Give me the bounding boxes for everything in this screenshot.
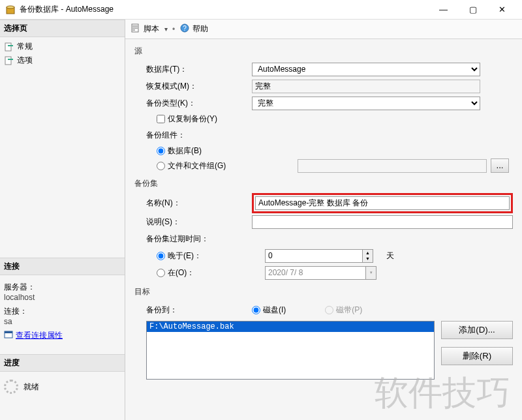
- app-icon: [5, 5, 16, 15]
- connection-value: sa: [4, 317, 121, 326]
- disk-label: 磁盘(I): [263, 305, 286, 316]
- database-select[interactable]: AutoMessage: [252, 63, 480, 76]
- expire-days-input[interactable]: [265, 249, 363, 263]
- tape-label: 磁带(P): [336, 305, 362, 316]
- backup-type-select[interactable]: 完整: [252, 97, 480, 110]
- add-button[interactable]: 添加(D)...: [441, 321, 513, 339]
- destination-item[interactable]: F:\AutoMessage.bak: [147, 322, 434, 332]
- svg-rect-3: [8, 45, 13, 46]
- expire-after-radio[interactable]: 晚于(E)：: [134, 250, 239, 262]
- date-dropdown-icon: ▾: [366, 266, 376, 280]
- page-icon: [4, 55, 14, 66]
- copy-only-input[interactable]: [157, 115, 165, 123]
- backup-component-label: 备份组件：: [134, 130, 252, 141]
- window-title: 备份数据库 - AutoMessage: [20, 4, 429, 15]
- view-connection-props-link[interactable]: 查看连接属性: [16, 330, 63, 341]
- component-database-label: 数据库(B): [168, 145, 202, 157]
- svg-rect-2: [5, 43, 11, 51]
- sidebar-item-label: 常规: [17, 41, 33, 52]
- expire-label: 备份集过期时间：: [134, 233, 252, 245]
- backup-to-label: 备份到：: [134, 305, 252, 316]
- disk-input[interactable]: [252, 306, 260, 314]
- copy-only-checkbox[interactable]: 仅复制备份(Y): [134, 113, 513, 125]
- backup-type-label: 备份类型(K)：: [134, 98, 252, 109]
- minimize-button[interactable]: —: [429, 1, 458, 19]
- svg-rect-4: [5, 57, 11, 65]
- component-database-radio[interactable]: 数据库(B): [134, 145, 513, 157]
- spinner-arrows[interactable]: ▲▼: [363, 249, 373, 263]
- recovery-model-value: 完整: [252, 80, 480, 93]
- expire-after-label: 晚于(E)：: [168, 250, 202, 262]
- backup-desc-input[interactable]: [252, 215, 513, 229]
- name-label: 名称(N)：: [134, 198, 252, 209]
- svg-rect-7: [5, 331, 12, 333]
- expire-days-unit: 天: [386, 250, 394, 262]
- component-files-radio[interactable]: 文件和文件组(G): [157, 160, 226, 172]
- server-value: localhost: [4, 293, 121, 302]
- help-label: 帮助: [192, 23, 208, 35]
- progress-status: 就绪: [23, 382, 39, 393]
- tape-input: [325, 306, 333, 314]
- files-text: [298, 159, 487, 173]
- server-label: 服务器：: [4, 282, 121, 293]
- progress-header: 进度: [0, 354, 125, 372]
- destination-group-title: 目标: [134, 286, 513, 297]
- close-button[interactable]: ✕: [487, 1, 517, 19]
- recovery-model-label: 恢复模式(M)：: [134, 81, 252, 92]
- page-icon: [4, 42, 14, 52]
- toolbar-separator: •: [170, 25, 177, 34]
- expire-on-label: 在(O)：: [168, 267, 194, 278]
- svg-point-1: [7, 6, 14, 8]
- remove-button[interactable]: 删除(R): [441, 347, 513, 365]
- expire-on-input[interactable]: [157, 269, 165, 277]
- svg-text:?: ?: [183, 25, 187, 32]
- sidebar-item-label: 选项: [17, 55, 33, 66]
- select-page-header: 选择页: [0, 20, 125, 37]
- files-browse-button[interactable]: ...: [491, 158, 509, 173]
- help-button[interactable]: ? 帮助: [179, 23, 208, 35]
- sidebar-item-options[interactable]: 选项: [0, 53, 125, 67]
- script-label: 脚本: [144, 23, 159, 35]
- progress-spinner-icon: [4, 380, 18, 394]
- expire-date-input: [265, 266, 366, 280]
- svg-rect-5: [8, 59, 13, 60]
- source-group-title: 源: [134, 46, 513, 57]
- component-files-input[interactable]: [157, 162, 165, 170]
- connection-label: 连接：: [4, 306, 121, 317]
- database-label: 数据库(T)：: [134, 64, 252, 75]
- help-icon: ?: [179, 23, 190, 35]
- disk-radio[interactable]: 磁盘(I): [252, 305, 286, 316]
- connection-header: 连接: [0, 258, 125, 275]
- component-database-input[interactable]: [157, 147, 165, 155]
- backup-set-group-title: 备份集: [134, 178, 513, 189]
- script-icon: [130, 23, 141, 35]
- component-files-label: 文件和文件组(G): [168, 160, 226, 172]
- destination-listbox[interactable]: F:\AutoMessage.bak: [146, 321, 435, 380]
- expire-on-radio[interactable]: 在(O)：: [134, 267, 239, 278]
- chevron-down-icon: ▾: [164, 25, 168, 33]
- copy-only-label: 仅复制备份(Y): [168, 113, 217, 125]
- sidebar-item-general[interactable]: 常规: [0, 40, 125, 53]
- script-button[interactable]: 脚本 ▾: [130, 23, 168, 35]
- maximize-button[interactable]: ▢: [458, 1, 487, 19]
- expire-after-input[interactable]: [157, 252, 165, 260]
- backup-name-input[interactable]: [255, 196, 510, 210]
- desc-label: 说明(S)：: [134, 217, 252, 228]
- properties-icon: [4, 330, 13, 341]
- tape-radio: 磁带(P): [325, 305, 362, 316]
